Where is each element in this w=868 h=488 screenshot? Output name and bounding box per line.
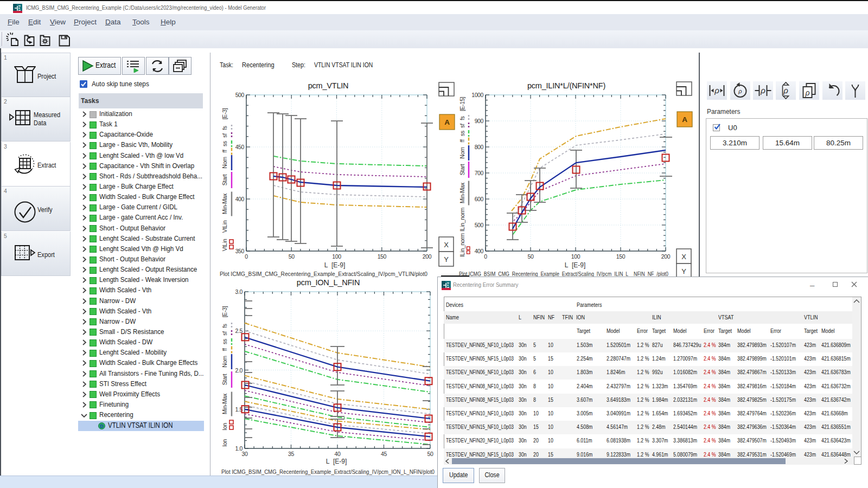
svg-text:ff: ff [221, 348, 228, 351]
svg-text:ρ: ρ [738, 88, 742, 94]
svg-text:L [E-9]: L [E-9] [324, 261, 346, 269]
svg-text:0: 0 [484, 253, 487, 260]
svg-text:[E-15]: [E-15] [459, 97, 465, 112]
svg-text:ss: ss [459, 131, 465, 136]
svg-text:35: 35 [288, 451, 294, 457]
svg-text:1.0: 1.0 [235, 445, 243, 452]
svg-text:Min-Max: Min-Max [221, 193, 228, 214]
svg-text:150: 150 [616, 253, 626, 260]
svg-text:L [E-9]: L [E-9] [565, 261, 586, 269]
svg-text:200: 200 [661, 253, 671, 260]
svg-text:sf: sf [221, 133, 228, 138]
svg-text:ρ: ρ [760, 86, 765, 95]
svg-text:50: 50 [427, 451, 433, 457]
svg-text:400: 400 [475, 248, 484, 254]
svg-text:50: 50 [289, 253, 295, 260]
svg-text:ff: ff [459, 139, 465, 142]
svg-text:30: 30 [242, 451, 248, 457]
svg-text:ILin_norm: ILin_norm [459, 207, 465, 232]
svg-text:900: 900 [475, 118, 484, 124]
svg-text:800: 800 [475, 144, 484, 150]
svg-text:[E-3]: [E-3] [221, 306, 228, 317]
svg-text:ρ: ρ [805, 88, 809, 97]
svg-text:VtLin: VtLin [221, 220, 228, 233]
svg-text:Plot ICMG_BSIM_CMG_Recentering: Plot ICMG_BSIM_CMG_Recentering_Example_E… [221, 468, 435, 475]
svg-text:pcm_VTLIN: pcm_VTLIN [308, 81, 349, 90]
svg-text:500: 500 [475, 222, 484, 228]
svg-text:sf: sf [221, 331, 228, 336]
svg-text:350: 350 [235, 248, 245, 254]
svg-text:A: A [682, 115, 687, 124]
svg-text:pcm_ION_L_NFIN: pcm_ION_L_NFIN [297, 278, 360, 287]
svg-text:X: X [444, 241, 449, 249]
svg-text:ρ: ρ [714, 86, 719, 95]
svg-text:Ion: Ion [221, 423, 228, 431]
svg-text:100: 100 [332, 253, 341, 260]
svg-text:Y: Y [681, 267, 686, 275]
svg-text:2.0: 2.0 [235, 367, 243, 374]
svg-text:Start: Start [221, 174, 228, 185]
svg-text:ILin_norm: ILin_norm [459, 233, 465, 257]
svg-text:Start: Start [221, 374, 228, 385]
svg-text:X: X [681, 253, 686, 261]
svg-text:1000: 1000 [471, 92, 483, 98]
svg-text:D: D [100, 423, 104, 428]
svg-text:400: 400 [235, 196, 245, 202]
svg-text:Min-Max: Min-Max [459, 182, 465, 203]
svg-text:[E-3]: [E-3] [221, 108, 228, 119]
svg-text:ss: ss [221, 339, 228, 344]
svg-text:A: A [444, 118, 450, 126]
svg-text:fs: fs [221, 324, 228, 328]
svg-text:100: 100 [571, 253, 580, 260]
svg-text:600: 600 [475, 196, 484, 202]
svg-text:500: 500 [235, 92, 245, 98]
svg-text:450: 450 [235, 144, 245, 150]
svg-text:Plot ICMG_BSIM_CMG_Recentering: Plot ICMG_BSIM_CMG_Recentering_Example_E… [220, 271, 427, 277]
svg-text:Y: Y [444, 255, 449, 264]
svg-text:0: 0 [245, 253, 248, 260]
svg-text:3.0: 3.0 [235, 288, 243, 295]
svg-text:Min-Max: Min-Max [221, 393, 228, 414]
svg-text:40: 40 [335, 451, 341, 457]
svg-text:150: 150 [378, 253, 387, 260]
svg-text:ss: ss [221, 141, 228, 146]
svg-text:Ion: Ion [221, 439, 228, 447]
svg-text:fs: fs [221, 126, 228, 130]
svg-text:sf: sf [459, 124, 465, 128]
svg-text:ff: ff [221, 150, 228, 152]
svg-text:fs: fs [459, 116, 465, 120]
svg-text:ρ: ρ [783, 86, 788, 95]
svg-text:45: 45 [381, 451, 387, 457]
svg-text:700: 700 [475, 170, 484, 176]
svg-text:Nom: Nom [221, 356, 228, 368]
svg-text:Start: Start [459, 164, 465, 175]
svg-text:Nom: Nom [221, 157, 228, 169]
svg-text:L [E-9]: L [E-9] [326, 458, 347, 465]
svg-text:Nom: Nom [459, 147, 465, 159]
svg-text:200: 200 [423, 253, 432, 260]
svg-text:VtLin: VtLin [221, 239, 228, 251]
svg-text:pcm_ILIN*L/(NFIN*NF): pcm_ILIN*L/(NFIN*NF) [527, 81, 605, 90]
svg-text:50: 50 [528, 253, 534, 260]
